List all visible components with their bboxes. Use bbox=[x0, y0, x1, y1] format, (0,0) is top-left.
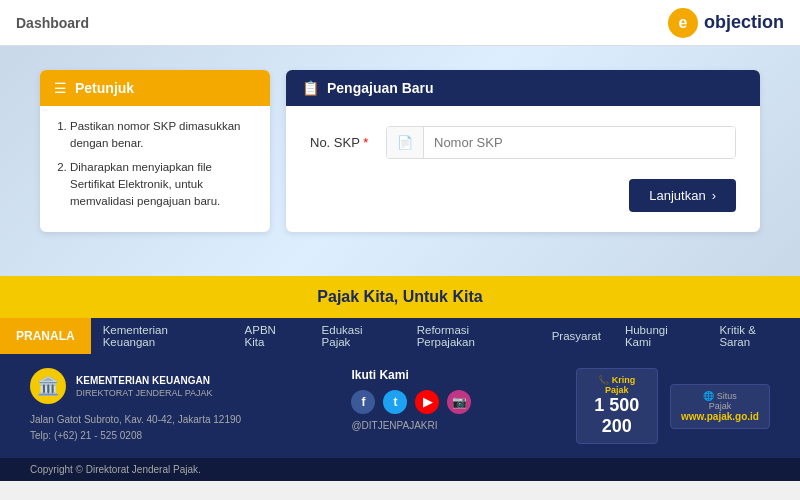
footer-emblem: 🏛️ bbox=[30, 368, 66, 404]
yellow-banner: Pajak Kita, Untuk Kita bbox=[0, 276, 800, 318]
footer-social-icons: f t ▶ 📷 bbox=[351, 390, 545, 414]
petunjuk-header: ☰ Petunjuk bbox=[40, 70, 270, 106]
page-title: Dashboard bbox=[16, 15, 89, 31]
petunjuk-body: Pastikan nomor SKP dimasukkan dengan ben… bbox=[40, 106, 270, 228]
footer: 🏛️ KEMENTERIAN KEUANGAN DIREKTORAT JENDE… bbox=[0, 354, 800, 458]
logo-icon: e bbox=[668, 8, 698, 38]
pengajuan-header: 📋 Pengajuan Baru bbox=[286, 70, 760, 106]
situs-url: www.pajak.go.id bbox=[681, 411, 759, 422]
nav-item-reformasi[interactable]: Reformasi Perpajakan bbox=[405, 318, 540, 354]
footer-org-names: KEMENTERIAN KEUANGAN DIREKTORAT JENDERAL… bbox=[76, 374, 213, 398]
instagram-icon[interactable]: 📷 bbox=[447, 390, 471, 414]
nav-pranala: PRANALA bbox=[0, 318, 91, 354]
twitter-icon[interactable]: t bbox=[383, 390, 407, 414]
nav-items: Kementerian Keuangan APBN Kita Edukasi P… bbox=[91, 318, 800, 354]
nav-item-kemenku[interactable]: Kementerian Keuangan bbox=[91, 318, 233, 354]
btn-lanjutkan-wrapper: Lanjutkan › bbox=[310, 179, 736, 212]
lanjutkan-button[interactable]: Lanjutkan › bbox=[629, 179, 736, 212]
nav-item-kritik[interactable]: Kritik & Saran bbox=[707, 318, 800, 354]
petunjuk-list: Pastikan nomor SKP dimasukkan dengan ben… bbox=[54, 118, 256, 210]
nav-bar: PRANALA Kementerian Keuangan APBN Kita E… bbox=[0, 318, 800, 354]
footer-contact-section: 📞 KringPajak 1 500 200 🌐 SitusPajak www.… bbox=[576, 368, 770, 444]
form-row: No. SKP * 📄 bbox=[310, 126, 736, 159]
footer-logo-row: 🏛️ KEMENTERIAN KEUANGAN DIREKTORAT JENDE… bbox=[30, 368, 321, 404]
facebook-icon[interactable]: f bbox=[351, 390, 375, 414]
header: Dashboard e objection bbox=[0, 0, 800, 46]
brand-name: objection bbox=[704, 12, 784, 33]
nav-item-hubungi[interactable]: Hubungi Kami bbox=[613, 318, 707, 354]
footer-social-section: Ikuti Kami f t ▶ 📷 @DITJENPAJAKRI bbox=[351, 368, 545, 431]
kring-number: 1 500 200 bbox=[587, 395, 647, 437]
nav-item-apbn[interactable]: APBN Kita bbox=[233, 318, 310, 354]
footer-address: Jalan Gatot Subroto, Kav. 40-42, Jakarta… bbox=[30, 412, 321, 444]
petunjuk-card: ☰ Petunjuk Pastikan nomor SKP dimasukkan… bbox=[40, 70, 270, 232]
nav-item-edukasi[interactable]: Edukasi Pajak bbox=[310, 318, 405, 354]
org-sub: DIREKTORAT JENDERAL PAJAK bbox=[76, 388, 213, 398]
social-title: Ikuti Kami bbox=[351, 368, 545, 382]
nav-item-prasyarat[interactable]: Prasyarat bbox=[540, 318, 613, 354]
situs-box: 🌐 SitusPajak www.pajak.go.id bbox=[670, 384, 770, 429]
footer-org-section: 🏛️ KEMENTERIAN KEUANGAN DIREKTORAT JENDE… bbox=[30, 368, 321, 444]
logo-area: e objection bbox=[668, 8, 784, 38]
noskp-label: No. SKP * bbox=[310, 135, 370, 150]
cards-row: ☰ Petunjuk Pastikan nomor SKP dimasukkan… bbox=[40, 70, 760, 232]
youtube-icon[interactable]: ▶ bbox=[415, 390, 439, 414]
social-handle: @DITJENPAJAKRI bbox=[351, 420, 545, 431]
noskp-input[interactable] bbox=[424, 127, 735, 158]
situs-logo: 🌐 SitusPajak bbox=[681, 391, 759, 411]
pengajuan-card: 📋 Pengajuan Baru No. SKP * 📄 Lanjutkan bbox=[286, 70, 760, 232]
list-item: Diharapkan menyiapkan file Sertifikat El… bbox=[70, 159, 256, 211]
main-content: ☰ Petunjuk Pastikan nomor SKP dimasukkan… bbox=[0, 46, 800, 276]
pengajuan-title: Pengajuan Baru bbox=[327, 80, 434, 96]
document-icon: 📄 bbox=[387, 127, 424, 158]
pengajuan-body: No. SKP * 📄 Lanjutkan › bbox=[286, 106, 760, 232]
kring-box: 📞 KringPajak 1 500 200 bbox=[576, 368, 658, 444]
list-item: Pastikan nomor SKP dimasukkan dengan ben… bbox=[70, 118, 256, 153]
pengajuan-icon: 📋 bbox=[302, 80, 319, 96]
org-name: KEMENTERIAN KEUANGAN bbox=[76, 374, 213, 388]
kring-logo: 📞 KringPajak bbox=[587, 375, 647, 395]
noskp-input-wrapper: 📄 bbox=[386, 126, 736, 159]
footer-bottom: Copyright © Direktorat Jenderal Pajak. bbox=[0, 458, 800, 481]
petunjuk-icon: ☰ bbox=[54, 80, 67, 96]
petunjuk-title: Petunjuk bbox=[75, 80, 134, 96]
